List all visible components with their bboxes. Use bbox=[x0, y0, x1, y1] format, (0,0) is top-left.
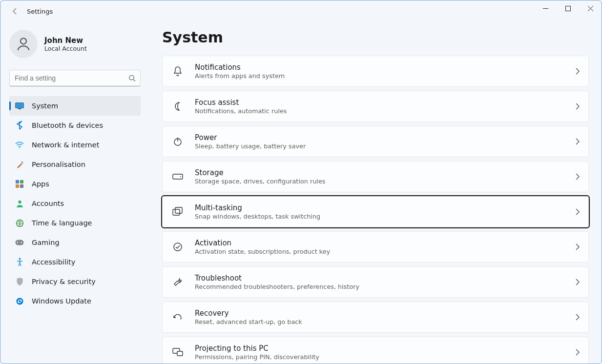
shield-icon bbox=[15, 277, 24, 286]
svg-point-16 bbox=[16, 298, 23, 304]
sidebar-item-update[interactable]: Windows Update bbox=[9, 291, 141, 311]
sidebar-item-label: Time & language bbox=[32, 219, 92, 227]
sidebar-item-accounts[interactable]: Accounts bbox=[9, 194, 141, 213]
maximize-button[interactable] bbox=[557, 0, 579, 16]
svg-rect-20 bbox=[173, 209, 180, 215]
card-title: Notifications bbox=[195, 63, 575, 72]
card-storage[interactable]: Storage Storage space, drives, configura… bbox=[162, 161, 589, 192]
chevron-right-icon bbox=[575, 243, 580, 250]
power-icon bbox=[171, 137, 184, 146]
card-notifications[interactable]: Notifications Alerts from apps and syste… bbox=[162, 56, 589, 87]
gamepad-icon bbox=[15, 238, 24, 247]
svg-rect-9 bbox=[20, 184, 23, 188]
sidebar: John New Local Account System Bluetooth … bbox=[0, 22, 149, 364]
update-icon bbox=[15, 297, 24, 305]
app-title: Settings bbox=[27, 8, 53, 15]
search-box[interactable] bbox=[9, 70, 141, 86]
card-desc: Notifications, automatic rules bbox=[195, 107, 575, 115]
chevron-right-icon bbox=[575, 173, 580, 180]
multitask-icon bbox=[171, 207, 184, 217]
card-desc: Activation state, subscriptions, product… bbox=[195, 248, 575, 255]
card-troubleshoot[interactable]: Troubleshoot Recommended troubleshooters… bbox=[162, 266, 589, 298]
sidebar-item-accessibility[interactable]: Accessibility bbox=[9, 252, 141, 272]
card-recovery[interactable]: Recovery Reset, advanced start-up, go ba… bbox=[162, 302, 589, 333]
user-name: John New bbox=[44, 36, 87, 45]
svg-point-10 bbox=[18, 200, 21, 203]
close-button[interactable] bbox=[579, 0, 602, 16]
card-power[interactable]: Power Sleep, battery usage, battery save… bbox=[162, 126, 589, 157]
recovery-icon bbox=[171, 313, 184, 322]
svg-point-5 bbox=[19, 147, 20, 148]
card-multi-tasking[interactable]: Multi-tasking Snap windows, desktops, ta… bbox=[162, 196, 589, 227]
titlebar: Settings bbox=[0, 0, 602, 22]
sidebar-item-label: System bbox=[32, 102, 58, 110]
minimize-button[interactable] bbox=[534, 0, 557, 16]
brush-icon bbox=[15, 160, 24, 169]
sidebar-item-apps[interactable]: Apps bbox=[9, 174, 141, 194]
drive-icon bbox=[171, 174, 184, 180]
card-projecting[interactable]: Projecting to this PC Permissions, pairi… bbox=[162, 337, 589, 364]
project-icon bbox=[171, 348, 184, 357]
sidebar-item-network[interactable]: Network & internet bbox=[9, 135, 141, 155]
card-title: Multi-tasking bbox=[195, 203, 575, 212]
svg-rect-0 bbox=[565, 6, 570, 11]
card-desc: Sleep, battery usage, battery saver bbox=[195, 142, 575, 150]
sidebar-item-label: Network & internet bbox=[32, 141, 99, 149]
svg-rect-3 bbox=[16, 103, 24, 108]
card-title: Power bbox=[195, 133, 575, 142]
sidebar-item-privacy[interactable]: Privacy & security bbox=[9, 272, 141, 291]
search-input[interactable] bbox=[9, 70, 141, 86]
chevron-right-icon bbox=[575, 208, 580, 215]
svg-point-1 bbox=[21, 38, 26, 44]
sidebar-item-label: Gaming bbox=[32, 239, 60, 246]
sidebar-item-personalisation[interactable]: Personalisation bbox=[9, 155, 141, 174]
bell-icon bbox=[171, 66, 184, 77]
chevron-right-icon bbox=[575, 103, 580, 110]
wifi-icon bbox=[15, 141, 24, 149]
chevron-right-icon bbox=[575, 349, 580, 356]
window-controls bbox=[534, 0, 602, 16]
card-desc: Permissions, pairing PIN, discoverabilit… bbox=[195, 353, 575, 361]
svg-rect-24 bbox=[177, 351, 183, 356]
person-icon bbox=[15, 199, 24, 208]
moon-icon bbox=[171, 101, 184, 111]
sidebar-item-label: Accounts bbox=[32, 200, 64, 207]
bluetooth-icon bbox=[15, 121, 24, 130]
sidebar-item-label: Bluetooth & devices bbox=[32, 121, 103, 129]
sidebar-item-bluetooth[interactable]: Bluetooth & devices bbox=[9, 116, 141, 135]
back-button[interactable] bbox=[10, 6, 20, 16]
svg-point-13 bbox=[17, 242, 18, 243]
sidebar-item-time[interactable]: Time & language bbox=[9, 213, 141, 233]
apps-icon bbox=[15, 180, 24, 188]
svg-rect-7 bbox=[20, 180, 23, 183]
profile-block[interactable]: John New Local Account bbox=[9, 30, 141, 58]
accessibility-icon bbox=[15, 258, 24, 266]
card-desc: Recommended troubleshooters, preferences… bbox=[195, 283, 575, 290]
svg-rect-21 bbox=[175, 207, 182, 213]
sidebar-item-label: Privacy & security bbox=[32, 278, 96, 285]
svg-point-14 bbox=[21, 242, 22, 243]
sidebar-item-system[interactable]: System bbox=[9, 96, 141, 116]
svg-point-2 bbox=[129, 75, 134, 80]
svg-point-22 bbox=[174, 243, 182, 251]
svg-rect-4 bbox=[18, 108, 21, 109]
wrench-icon bbox=[171, 277, 184, 287]
sidebar-item-label: Windows Update bbox=[32, 297, 91, 305]
card-title: Troubleshoot bbox=[195, 274, 575, 283]
svg-point-19 bbox=[180, 176, 181, 177]
sidebar-item-label: Accessibility bbox=[32, 258, 75, 266]
chevron-right-icon bbox=[575, 279, 580, 285]
display-icon bbox=[15, 101, 24, 110]
avatar bbox=[9, 30, 38, 58]
card-activation[interactable]: Activation Activation state, subscriptio… bbox=[162, 231, 589, 263]
sidebar-item-gaming[interactable]: Gaming bbox=[9, 233, 141, 252]
user-account-type: Local Account bbox=[44, 45, 87, 52]
svg-rect-12 bbox=[16, 240, 24, 245]
main-content: System Notifications Alerts from apps an… bbox=[149, 22, 602, 364]
card-focus-assist[interactable]: Focus assist Notifications, automatic ru… bbox=[162, 91, 589, 122]
card-title: Storage bbox=[195, 168, 575, 177]
card-title: Activation bbox=[195, 239, 575, 247]
card-title: Focus assist bbox=[195, 98, 575, 107]
svg-rect-6 bbox=[16, 180, 19, 183]
page-title: System bbox=[162, 29, 589, 46]
